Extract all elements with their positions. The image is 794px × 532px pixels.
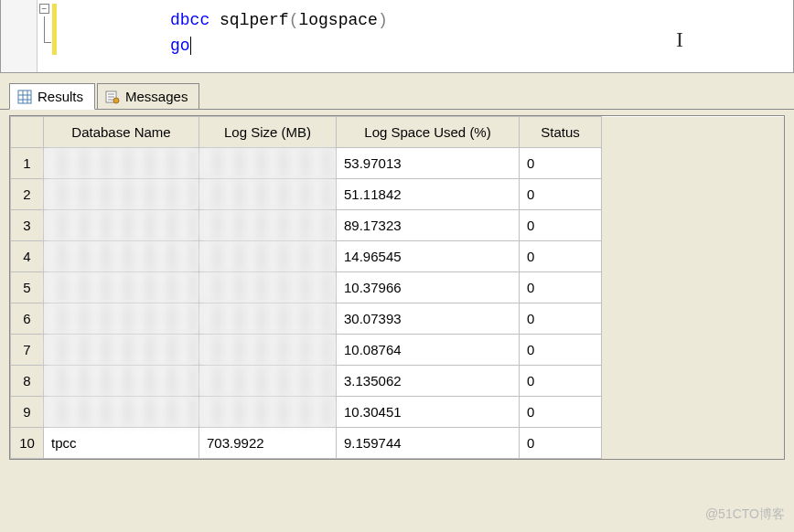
table-row[interactable]: 10tpcc703.99229.1597440: [11, 428, 784, 459]
cell-status[interactable]: 0: [520, 428, 602, 459]
row-number[interactable]: 7: [11, 335, 44, 366]
code-line-2[interactable]: go: [1, 33, 793, 59]
cell-logused[interactable]: 10.30451: [337, 397, 520, 428]
cell-dbname[interactable]: [44, 397, 199, 428]
cell-status[interactable]: 0: [520, 241, 602, 272]
header-row: Database Name Log Size (MB) Log Space Us…: [11, 117, 784, 148]
table-row[interactable]: 153.970130: [11, 148, 784, 179]
row-number[interactable]: 2: [11, 179, 44, 210]
cell-logsize[interactable]: [199, 397, 337, 428]
header-logused[interactable]: Log Space Used (%): [337, 117, 520, 148]
header-spacer: [602, 117, 784, 148]
cell-spacer: [602, 428, 784, 459]
corner-cell: [11, 117, 44, 148]
results-tabs: Results Messages: [0, 73, 794, 110]
cell-logsize[interactable]: [199, 366, 337, 397]
cell-logsize[interactable]: [199, 303, 337, 335]
header-dbname[interactable]: Database Name: [44, 117, 199, 148]
ibeam-cursor-icon: I: [676, 27, 683, 52]
cell-logused[interactable]: 3.135062: [337, 366, 520, 397]
header-logsize[interactable]: Log Size (MB): [199, 117, 337, 148]
messages-icon: [105, 90, 120, 104]
cell-spacer: [602, 335, 784, 366]
cell-logused[interactable]: 10.08764: [337, 335, 520, 366]
cell-spacer: [602, 241, 784, 272]
table-row[interactable]: 83.1350620: [11, 366, 784, 397]
function-name: sqlperf: [220, 11, 289, 29]
cell-logsize[interactable]: [199, 179, 337, 210]
table-row[interactable]: 389.173230: [11, 210, 784, 241]
table-row[interactable]: 710.087640: [11, 335, 784, 366]
tab-results[interactable]: Results: [9, 83, 95, 110]
cell-dbname[interactable]: [44, 366, 199, 397]
cell-status[interactable]: 0: [520, 179, 602, 210]
cell-logsize[interactable]: [199, 148, 337, 179]
cell-status[interactable]: 0: [520, 210, 602, 241]
cell-logused[interactable]: 14.96545: [337, 241, 520, 272]
cell-spacer: [602, 179, 784, 210]
svg-rect-0: [18, 90, 31, 103]
cell-status[interactable]: 0: [520, 397, 602, 428]
cell-logsize[interactable]: [199, 210, 337, 241]
cell-logused[interactable]: 30.07393: [337, 303, 520, 335]
table-row[interactable]: 251.118420: [11, 179, 784, 210]
paren-close: ): [378, 11, 388, 29]
cell-logsize[interactable]: [199, 335, 337, 366]
tab-results-label: Results: [38, 89, 83, 104]
cell-spacer: [602, 272, 784, 303]
cell-status[interactable]: 0: [520, 366, 602, 397]
cell-dbname[interactable]: [44, 210, 199, 241]
cell-dbname[interactable]: [44, 148, 199, 179]
cell-dbname[interactable]: [44, 335, 199, 366]
cell-spacer: [602, 148, 784, 179]
table-row[interactable]: 510.379660: [11, 272, 784, 303]
cell-logused[interactable]: 51.11842: [337, 179, 520, 210]
table-row[interactable]: 630.073930: [11, 303, 784, 335]
cell-dbname[interactable]: [44, 241, 199, 272]
cell-status[interactable]: 0: [520, 272, 602, 303]
paren-open: (: [289, 11, 299, 29]
table-row[interactable]: 414.965450: [11, 241, 784, 272]
cell-spacer: [602, 366, 784, 397]
row-number[interactable]: 5: [11, 272, 44, 303]
cell-dbname[interactable]: [44, 303, 199, 335]
results-grid[interactable]: Database Name Log Size (MB) Log Space Us…: [9, 115, 785, 460]
keyword-dbcc: dbcc: [170, 11, 209, 29]
row-number[interactable]: 8: [11, 366, 44, 397]
row-number[interactable]: 1: [11, 148, 44, 179]
cell-logsize[interactable]: 703.9922: [199, 428, 337, 459]
cell-spacer: [602, 210, 784, 241]
cell-logused[interactable]: 89.17323: [337, 210, 520, 241]
text-cursor: [190, 37, 191, 55]
cell-status[interactable]: 0: [520, 335, 602, 366]
code-line-1[interactable]: dbcc sqlperf(logspace): [1, 7, 793, 33]
tab-messages[interactable]: Messages: [97, 83, 199, 109]
keyword-go: go: [170, 37, 190, 55]
cell-logused[interactable]: 9.159744: [337, 428, 520, 459]
cell-spacer: [602, 397, 784, 428]
cell-logsize[interactable]: [199, 272, 337, 303]
svg-point-9: [113, 98, 119, 103]
cell-logused[interactable]: 10.37966: [337, 272, 520, 303]
cell-status[interactable]: 0: [520, 148, 602, 179]
cell-logsize[interactable]: [199, 241, 337, 272]
cell-logused[interactable]: 53.97013: [337, 148, 520, 179]
row-number[interactable]: 4: [11, 241, 44, 272]
tab-messages-label: Messages: [125, 89, 188, 104]
cell-dbname[interactable]: [44, 179, 199, 210]
row-number[interactable]: 9: [11, 397, 44, 428]
results-pane: Database Name Log Size (MB) Log Space Us…: [0, 110, 794, 465]
cell-spacer: [602, 303, 784, 335]
grid-icon: [17, 90, 32, 104]
cell-dbname[interactable]: [44, 272, 199, 303]
sql-editor[interactable]: − dbcc sqlperf(logspace) go I: [0, 0, 794, 73]
row-number[interactable]: 10: [11, 428, 44, 459]
cell-dbname[interactable]: tpcc: [44, 428, 199, 459]
row-number[interactable]: 6: [11, 303, 44, 335]
table-row[interactable]: 910.304510: [11, 397, 784, 428]
watermark: @51CTO博客: [705, 506, 785, 523]
cell-status[interactable]: 0: [520, 303, 602, 335]
header-status[interactable]: Status: [520, 117, 602, 148]
argument: logspace: [298, 11, 377, 29]
row-number[interactable]: 3: [11, 210, 44, 241]
